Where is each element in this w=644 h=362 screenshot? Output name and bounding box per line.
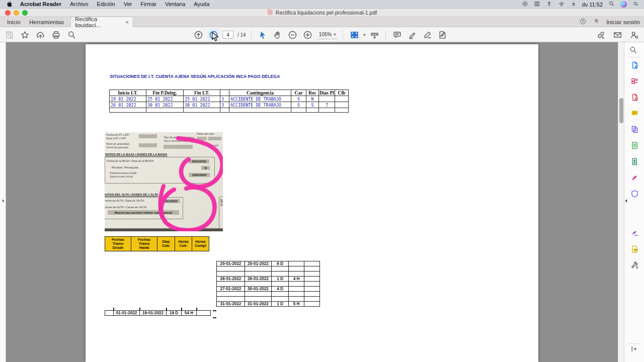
table-cell [289,266,304,272]
table-row [217,297,320,302]
wifi-icon[interactable] [558,1,565,9]
menu-ayuda[interactable]: Ayuda [194,1,209,7]
table-cell [229,108,291,113]
create-pdf-tool[interactable] [628,91,640,103]
table-cell: 7 [319,102,335,108]
zoom-level-dropdown[interactable]: 105% ▾ [317,30,338,39]
find-tools-button[interactable] [629,46,637,56]
menu-edicion[interactable]: Edición [97,1,115,7]
compress-pdf-tool[interactable] [628,155,640,167]
star-button[interactable] [19,29,31,41]
table-cell: 19 D [167,311,182,316]
table-cell: Inicio I.T. [110,90,146,96]
sign-in-link[interactable]: Iniciar sesión [606,19,640,25]
search-icon [608,1,615,7]
table-tick [113,308,114,311]
chevron-down-icon: ▾ [334,32,336,37]
spotlight-icon[interactable] [608,1,615,8]
highlight-button[interactable] [406,29,418,41]
print-button[interactable] [50,29,62,41]
table-cell [335,108,349,113]
save-button[interactable] [3,29,15,41]
menu-clock[interactable]: dv 11:52 [582,2,603,8]
page-display-button[interactable] [348,29,360,41]
combine-files-tool[interactable] [628,123,640,135]
privacy-icon[interactable] [534,1,540,8]
tab-inicio[interactable]: Inicio [2,17,26,27]
email-button[interactable] [611,29,623,41]
menu-firmar[interactable]: Firmar [140,1,156,7]
table-cell: Clb [335,90,349,96]
help-button[interactable]: ? [579,18,587,26]
table-cell [110,108,146,113]
table-cell: Horas Coti. [175,237,192,251]
triright-icon [1,198,6,204]
organize-pages-tool[interactable] [628,139,640,151]
search-icon [67,30,76,40]
fill-sign-tool[interactable] [628,171,640,184]
comment-tool[interactable] [628,107,640,119]
table-cell: 27-01-2022 [217,287,245,292]
collapse-right-panel-arrow[interactable] [623,197,629,206]
zoom-out-button[interactable] [287,29,299,41]
form-label: Causa del ALTA / Causa de l'ALTA: [105,206,147,209]
sign-button[interactable] [421,29,433,41]
next-page-button[interactable] [207,29,219,41]
question-icon: ? [579,18,587,25]
select-tool-button[interactable] [257,29,269,41]
pagefit-icon [350,30,359,40]
eject-icon[interactable] [571,1,577,8]
share-link-button[interactable] [595,29,607,41]
table-row [110,108,349,113]
apple-menu[interactable] [6,0,13,8]
sign-tool[interactable] [628,227,640,239]
expand-panel-button[interactable] [630,345,638,355]
pdf-page: SITUACIONES DE I.T. CUENTA AJENA SEGÚN A… [86,44,538,362]
menu-ver[interactable]: Ver [124,1,132,7]
search-button[interactable] [65,29,77,41]
previous-page-button[interactable] [192,29,204,41]
table-cell [272,266,289,272]
form-section-title: DATOS DE LA BAJA / DADES DE LA BAIXA [105,153,167,156]
siri-icon[interactable] [620,1,627,8]
table-cell: 19-01-2022 [140,311,167,316]
table-cell: 4 H [289,277,304,282]
menu-archivo[interactable]: Archivo [70,1,89,7]
circledown-icon [209,30,218,40]
open-left-panel-arrow[interactable] [1,197,6,206]
fill-sign-button[interactable] [436,29,448,41]
table-cell: 25 01 2022 [146,96,184,102]
table-cell: ACCIDENTE DE TRABAJO [229,102,291,108]
zoom-in-button[interactable] [302,29,314,41]
control-center-icon[interactable] [632,1,639,8]
tab-herramientas[interactable]: Herramientas [24,17,69,27]
accessibility-icon[interactable] [546,1,552,8]
more-tools[interactable] [628,259,640,271]
export-pdf-tool[interactable] [628,59,640,71]
printer-icon [51,30,61,40]
protect-tool[interactable] [628,188,640,200]
table-cell: 6 D [272,261,289,266]
form-label: de ent [210,144,218,147]
request-signatures-tool[interactable] [628,243,640,255]
hand-tool-button[interactable] [272,29,284,41]
menu-ventana[interactable]: Ventana [165,1,185,7]
table-cell [319,96,335,102]
table-cell [289,282,304,287]
edit-pdf-tool[interactable] [628,75,640,87]
scrollbar-thumb[interactable] [619,98,623,123]
comment-button[interactable] [391,29,403,41]
form-label: Data procés inicial: [110,175,133,178]
tab-close-icon[interactable]: × [125,19,129,25]
share-people-button[interactable] [628,29,640,41]
inkpen-icon [423,30,432,40]
page-number-input[interactable]: 4 [222,31,233,39]
notifications-button[interactable] [593,18,600,26]
table-row: 19 01 202225 01 202225 01 20223ACCIDENTE… [110,96,349,102]
measure-tool-button[interactable] [368,29,380,41]
screen-record-icon[interactable] [522,1,528,8]
share-upload-button[interactable] [34,29,46,41]
tab-document[interactable]: Rectifica liquidaci... × [70,17,133,27]
menu-app-name[interactable]: Acrobat Reader [20,1,61,7]
table-cell: 1 D [272,302,289,307]
